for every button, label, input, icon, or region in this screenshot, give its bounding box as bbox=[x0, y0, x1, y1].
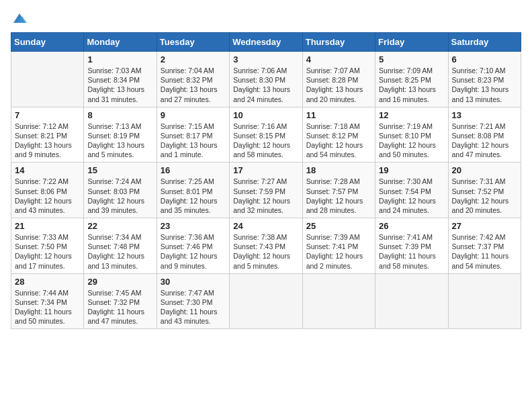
page-header bbox=[11, 11, 521, 26]
day-info: Sunrise: 7:33 AMSunset: 7:50 PMDaylight:… bbox=[15, 232, 81, 271]
calendar-cell: 26Sunrise: 7:41 AMSunset: 7:39 PMDayligh… bbox=[375, 218, 448, 274]
weekday-header: Tuesday bbox=[157, 33, 229, 52]
day-number: 26 bbox=[379, 221, 445, 231]
day-info: Sunrise: 7:21 AMSunset: 8:08 PMDaylight:… bbox=[452, 122, 518, 160]
calendar-cell bbox=[11, 52, 84, 107]
day-info: Sunrise: 7:13 AMSunset: 8:19 PMDaylight:… bbox=[87, 122, 153, 160]
day-number: 16 bbox=[161, 165, 226, 175]
calendar-cell: 4Sunrise: 7:07 AMSunset: 8:28 PMDaylight… bbox=[302, 52, 375, 107]
day-info: Sunrise: 7:42 AMSunset: 7:37 PMDaylight:… bbox=[452, 232, 518, 271]
weekday-header: Sunday bbox=[11, 33, 84, 52]
calendar-cell bbox=[448, 273, 521, 329]
day-number: 5 bbox=[379, 54, 445, 64]
calendar-cell: 16Sunrise: 7:25 AMSunset: 8:01 PMDayligh… bbox=[157, 163, 229, 218]
day-number: 29 bbox=[87, 277, 153, 287]
calendar-cell: 20Sunrise: 7:31 AMSunset: 7:52 PMDayligh… bbox=[448, 163, 521, 218]
calendar-cell: 27Sunrise: 7:42 AMSunset: 7:37 PMDayligh… bbox=[448, 218, 521, 274]
day-info: Sunrise: 7:22 AMSunset: 8:06 PMDaylight:… bbox=[15, 177, 81, 215]
logo bbox=[11, 11, 27, 26]
calendar-cell: 21Sunrise: 7:33 AMSunset: 7:50 PMDayligh… bbox=[11, 218, 84, 274]
calendar-cell bbox=[302, 273, 375, 329]
day-number: 23 bbox=[161, 221, 226, 231]
day-info: Sunrise: 7:15 AMSunset: 8:17 PMDaylight:… bbox=[161, 122, 226, 160]
day-number: 12 bbox=[379, 110, 445, 120]
day-info: Sunrise: 7:19 AMSunset: 8:10 PMDaylight:… bbox=[379, 122, 445, 160]
weekday-header: Saturday bbox=[448, 33, 521, 52]
calendar-cell: 25Sunrise: 7:39 AMSunset: 7:41 PMDayligh… bbox=[302, 218, 375, 274]
calendar-table: SundayMondayTuesdayWednesdayThursdayFrid… bbox=[11, 32, 521, 329]
weekday-header: Friday bbox=[375, 33, 448, 52]
day-number: 14 bbox=[15, 165, 81, 175]
day-number: 9 bbox=[161, 110, 226, 120]
calendar-cell: 19Sunrise: 7:30 AMSunset: 7:54 PMDayligh… bbox=[375, 163, 448, 218]
day-info: Sunrise: 7:39 AMSunset: 7:41 PMDaylight:… bbox=[306, 232, 372, 271]
day-number: 28 bbox=[15, 277, 81, 287]
day-info: Sunrise: 7:31 AMSunset: 7:52 PMDaylight:… bbox=[452, 177, 518, 215]
day-number: 30 bbox=[161, 277, 226, 287]
calendar-cell: 3Sunrise: 7:06 AMSunset: 8:30 PMDaylight… bbox=[230, 52, 302, 107]
calendar-cell: 10Sunrise: 7:16 AMSunset: 8:15 PMDayligh… bbox=[230, 107, 302, 163]
weekday-header: Wednesday bbox=[230, 33, 302, 52]
day-number: 1 bbox=[87, 54, 153, 64]
day-info: Sunrise: 7:47 AMSunset: 7:30 PMDaylight:… bbox=[161, 288, 226, 326]
calendar-cell bbox=[230, 273, 302, 329]
calendar-cell: 24Sunrise: 7:38 AMSunset: 7:43 PMDayligh… bbox=[230, 218, 302, 274]
calendar-week-row: 21Sunrise: 7:33 AMSunset: 7:50 PMDayligh… bbox=[11, 218, 521, 274]
day-number: 6 bbox=[452, 54, 518, 64]
weekday-header: Monday bbox=[84, 33, 157, 52]
day-number: 27 bbox=[452, 221, 518, 231]
day-info: Sunrise: 7:27 AMSunset: 7:59 PMDaylight:… bbox=[233, 177, 299, 215]
calendar-cell: 9Sunrise: 7:15 AMSunset: 8:17 PMDaylight… bbox=[157, 107, 229, 163]
day-number: 10 bbox=[233, 110, 299, 120]
calendar-cell: 2Sunrise: 7:04 AMSunset: 8:32 PMDaylight… bbox=[157, 52, 229, 107]
day-number: 15 bbox=[87, 165, 153, 175]
day-info: Sunrise: 7:24 AMSunset: 8:03 PMDaylight:… bbox=[87, 177, 153, 215]
calendar-cell: 30Sunrise: 7:47 AMSunset: 7:30 PMDayligh… bbox=[157, 273, 229, 329]
calendar-cell: 5Sunrise: 7:09 AMSunset: 8:25 PMDaylight… bbox=[375, 52, 448, 107]
calendar-week-row: 28Sunrise: 7:44 AMSunset: 7:34 PMDayligh… bbox=[11, 273, 521, 329]
calendar-week-row: 7Sunrise: 7:12 AMSunset: 8:21 PMDaylight… bbox=[11, 107, 521, 163]
calendar-cell: 14Sunrise: 7:22 AMSunset: 8:06 PMDayligh… bbox=[11, 163, 84, 218]
day-number: 22 bbox=[87, 221, 153, 231]
logo-icon bbox=[12, 11, 27, 26]
day-info: Sunrise: 7:16 AMSunset: 8:15 PMDaylight:… bbox=[233, 122, 299, 160]
day-number: 3 bbox=[233, 54, 299, 64]
day-number: 8 bbox=[87, 110, 153, 120]
day-info: Sunrise: 7:03 AMSunset: 8:34 PMDaylight:… bbox=[87, 66, 153, 104]
weekday-header: Thursday bbox=[302, 33, 375, 52]
day-info: Sunrise: 7:41 AMSunset: 7:39 PMDaylight:… bbox=[379, 232, 445, 271]
day-info: Sunrise: 7:06 AMSunset: 8:30 PMDaylight:… bbox=[233, 66, 299, 104]
calendar-cell: 11Sunrise: 7:18 AMSunset: 8:12 PMDayligh… bbox=[302, 107, 375, 163]
calendar-cell: 28Sunrise: 7:44 AMSunset: 7:34 PMDayligh… bbox=[11, 273, 84, 329]
day-info: Sunrise: 7:28 AMSunset: 7:57 PMDaylight:… bbox=[306, 177, 372, 215]
day-info: Sunrise: 7:34 AMSunset: 7:48 PMDaylight:… bbox=[87, 232, 153, 271]
calendar-week-row: 1Sunrise: 7:03 AMSunset: 8:34 PMDaylight… bbox=[11, 52, 521, 107]
day-number: 25 bbox=[306, 221, 372, 231]
day-number: 20 bbox=[452, 165, 518, 175]
day-info: Sunrise: 7:36 AMSunset: 7:46 PMDaylight:… bbox=[161, 232, 226, 271]
calendar-cell: 22Sunrise: 7:34 AMSunset: 7:48 PMDayligh… bbox=[84, 218, 157, 274]
calendar-cell: 1Sunrise: 7:03 AMSunset: 8:34 PMDaylight… bbox=[84, 52, 157, 107]
calendar-cell: 23Sunrise: 7:36 AMSunset: 7:46 PMDayligh… bbox=[157, 218, 229, 274]
day-number: 4 bbox=[306, 54, 372, 64]
day-number: 13 bbox=[452, 110, 518, 120]
day-info: Sunrise: 7:04 AMSunset: 8:32 PMDaylight:… bbox=[161, 66, 226, 104]
calendar-cell: 7Sunrise: 7:12 AMSunset: 8:21 PMDaylight… bbox=[11, 107, 84, 163]
calendar-week-row: 14Sunrise: 7:22 AMSunset: 8:06 PMDayligh… bbox=[11, 163, 521, 218]
day-info: Sunrise: 7:30 AMSunset: 7:54 PMDaylight:… bbox=[379, 177, 445, 215]
calendar-cell: 15Sunrise: 7:24 AMSunset: 8:03 PMDayligh… bbox=[84, 163, 157, 218]
calendar-header: SundayMondayTuesdayWednesdayThursdayFrid… bbox=[11, 33, 521, 52]
day-number: 7 bbox=[15, 110, 81, 120]
day-number: 2 bbox=[161, 54, 226, 64]
day-info: Sunrise: 7:25 AMSunset: 8:01 PMDaylight:… bbox=[161, 177, 226, 215]
day-info: Sunrise: 7:07 AMSunset: 8:28 PMDaylight:… bbox=[306, 66, 372, 104]
day-number: 11 bbox=[306, 110, 372, 120]
calendar-cell: 6Sunrise: 7:10 AMSunset: 8:23 PMDaylight… bbox=[448, 52, 521, 107]
day-number: 24 bbox=[233, 221, 299, 231]
day-info: Sunrise: 7:44 AMSunset: 7:34 PMDaylight:… bbox=[15, 288, 81, 326]
day-info: Sunrise: 7:18 AMSunset: 8:12 PMDaylight:… bbox=[306, 122, 372, 160]
calendar-cell: 29Sunrise: 7:45 AMSunset: 7:32 PMDayligh… bbox=[84, 273, 157, 329]
day-info: Sunrise: 7:45 AMSunset: 7:32 PMDaylight:… bbox=[87, 288, 153, 326]
calendar-cell: 13Sunrise: 7:21 AMSunset: 8:08 PMDayligh… bbox=[448, 107, 521, 163]
day-number: 17 bbox=[233, 165, 299, 175]
